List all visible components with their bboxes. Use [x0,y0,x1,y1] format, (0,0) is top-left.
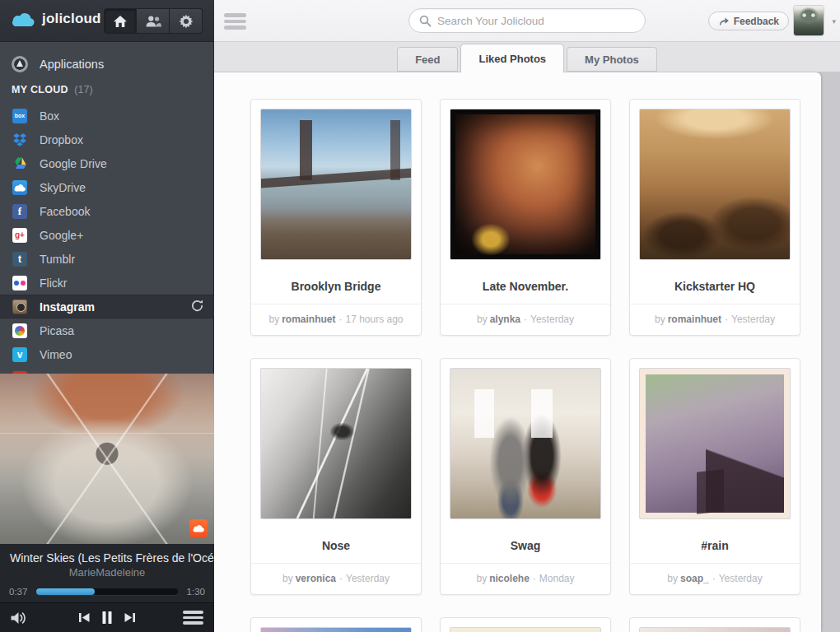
photo-nose[interactable] [260,368,412,519]
sidebar-item-vimeo[interactable]: v Vimeo [0,342,214,366]
user-avatar[interactable] [794,6,824,35]
total-time: 1:30 [187,587,205,597]
timestamp: Monday [539,573,575,584]
photo-rain[interactable] [639,368,791,519]
author-link[interactable]: nicolehe [489,573,530,584]
timestamp: Yesterday [346,573,390,584]
photo-card[interactable]: Kickstarter HQ byromainhuet·Yesterday [629,99,800,336]
users-nav-button[interactable] [137,8,170,34]
photo-title: Kickstarter HQ [630,269,800,304]
facebook-icon: f [12,204,27,219]
settings-nav-button[interactable] [170,8,203,34]
sidebar-header: jolicloud [0,0,214,42]
next-icon [124,611,136,624]
author-link[interactable]: soap_ [680,573,709,584]
photo-title: Swag [441,528,610,564]
photo-byline: bynicolehe·Monday [441,564,610,594]
album-art[interactable] [0,374,214,544]
photo-card[interactable]: Brooklyn Bridge byromainhuet·17 hours ag… [250,99,422,336]
photo-brooklyn-bridge[interactable] [260,109,412,260]
next-track-button[interactable] [124,611,136,624]
progress-row: 0:37 1:30 [0,587,214,597]
photo-partial-1[interactable] [260,627,412,632]
tab-liked-photos[interactable]: Liked Photos [460,44,564,72]
volume-button[interactable] [10,611,27,625]
photo-byline: bysoap_·Yesterday [630,564,800,594]
sidebar-item-google-plus[interactable]: g+ Google+ [0,223,214,247]
chevron-down-icon[interactable]: ▾ [832,17,836,26]
feedback-button[interactable]: Feedback [708,12,789,30]
home-nav-button[interactable] [104,8,137,34]
photo-card[interactable]: Late November. byalynka·Yesterday [440,99,611,336]
author-link[interactable]: romainhuet [282,314,335,325]
sidebar-item-flickr[interactable]: Flickr [0,271,214,295]
tab-bar: Feed Liked Photos My Photos [214,42,840,72]
picasa-icon [12,323,27,338]
sidebar-item-facebook[interactable]: f Facebook [0,199,214,223]
author-link[interactable]: veronica [296,573,336,584]
box-icon: box [12,109,27,123]
search-input[interactable] [437,15,635,27]
sidebar-item-tumblr[interactable]: t Tumblr [0,247,214,271]
pause-button[interactable] [101,611,113,625]
photo-kickstarter-hq[interactable] [639,109,791,260]
timestamp: Yesterday [530,314,574,325]
applications-label: Applications [40,58,104,71]
my-cloud-section-header: MY CLOUD (17) [12,84,93,95]
playlist-button[interactable] [183,611,203,625]
search-icon [419,15,432,27]
photo-card-partial[interactable] [440,617,611,632]
liked-photos-panel: Brooklyn Bridge byromainhuet·17 hours ag… [214,72,821,632]
sidebar-item-box[interactable]: box Box [0,104,214,128]
tab-my-photos[interactable]: My Photos [567,47,657,72]
feedback-arrow-icon [718,16,730,26]
author-link[interactable]: alynka [490,314,520,325]
sidebar-item-instagram[interactable]: Instagram [0,295,214,318]
photo-byline: byalynka·Yesterday [441,304,610,335]
photo-swag[interactable] [450,368,601,519]
dropbox-icon [12,132,27,147]
sidebar-item-applications[interactable]: Applications [0,51,214,77]
track-artist: MarieMadeleine [0,566,214,579]
photo-card-partial[interactable] [250,617,422,632]
brand-logo[interactable]: jolicloud [11,11,101,27]
elapsed-time: 0:37 [9,587,27,597]
author-link[interactable]: romainhuet [668,314,721,325]
sidebar-item-skydrive[interactable]: SkyDrive [0,175,214,199]
pause-icon [101,611,113,625]
track-info-panel: Winter Skies (Les Petits Frères de l'Océ… [0,544,214,602]
photo-byline: byromainhuet·17 hours ago [251,304,421,335]
photo-title: Late November. [441,269,610,304]
search-box[interactable] [408,8,646,33]
gear-icon [179,14,194,29]
top-bar: Feedback ▾ [214,0,840,42]
photo-card[interactable]: Nose byveronica·Yesterday [250,358,422,595]
sidebar-item-dropbox[interactable]: Dropbox [0,128,214,151]
photo-title: Brooklyn Bridge [251,269,421,304]
menu-button[interactable] [224,13,246,30]
soundcloud-icon[interactable] [189,519,208,537]
previous-icon [78,611,91,624]
skydrive-icon [12,180,27,195]
sidebar-item-google-drive[interactable]: Google Drive [0,151,214,175]
photo-partial-3[interactable] [639,627,791,632]
photo-late-november[interactable] [450,109,601,260]
track-title: Winter Skies (Les Petits Frères de l'Océ… [0,544,214,565]
photo-partial-2[interactable] [450,627,601,632]
photo-card-partial[interactable] [629,617,800,632]
my-cloud-label: MY CLOUD [12,84,68,95]
photo-card[interactable]: Swag bynicolehe·Monday [440,358,611,595]
sidebar-item-picasa[interactable]: Picasa [0,318,214,342]
sidebar: jolicloud [0,0,214,632]
cloud-services-list: box Box Dropbox [0,104,214,390]
sync-refresh-icon[interactable] [190,299,204,316]
seek-bar[interactable] [36,588,178,595]
music-player: Winter Skies (Les Petits Frères de l'Océ… [0,374,214,632]
tumblr-icon: t [12,252,27,267]
previous-track-button[interactable] [78,611,91,624]
tab-feed[interactable]: Feed [397,47,458,72]
google-plus-icon: g+ [12,228,27,243]
photo-card[interactable]: #rain bysoap_·Yesterday [629,358,800,595]
player-controls [0,602,214,632]
applications-icon [12,56,28,72]
